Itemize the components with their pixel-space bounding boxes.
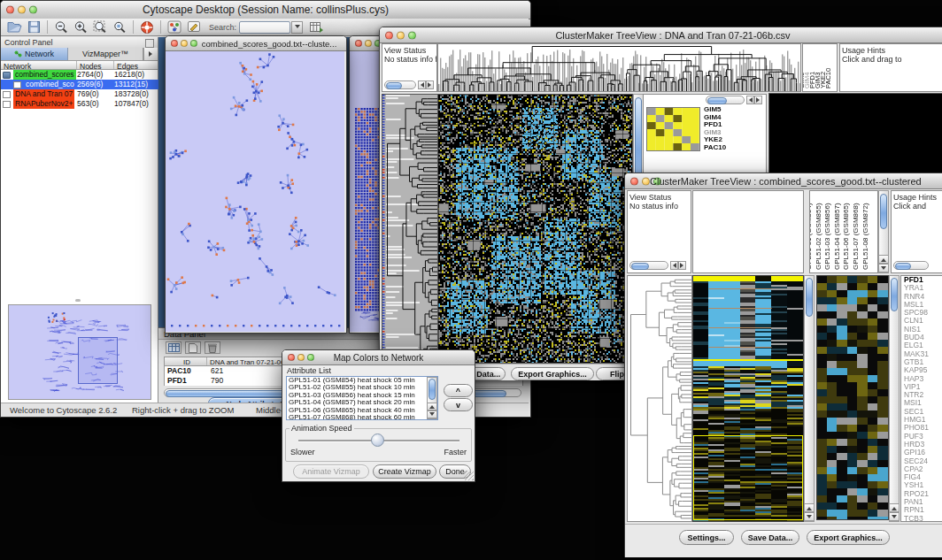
main-titlebar[interactable]: Cytoscape Desktop (Session Name: collins… — [1, 1, 530, 19]
tv2-main-heatmap[interactable] — [692, 275, 804, 522]
main-window-title: Cytoscape Desktop (Session Name: collins… — [1, 1, 530, 19]
network-nodes-count: 563(0) — [77, 99, 99, 109]
search-dropdown-button[interactable] — [291, 21, 303, 34]
tv1-titlebar[interactable]: ClusterMaker TreeView : DNA and Tran 07-… — [380, 27, 942, 43]
tv1-column-labels: GIM5GIM4PFD1GIM3YKE2PAC10 — [802, 43, 838, 92]
network-name: combined_scores — [13, 70, 76, 80]
file-icon — [13, 81, 21, 88]
import-table-icon[interactable] — [307, 19, 325, 35]
tv2-gene-list[interactable]: PFD1YRA1RNR4MSL1SPC98CLN1NIS1BUD4ELG1MAK… — [900, 275, 942, 522]
status-welcome: Welcome to Cytoscape 2.6.2 — [10, 405, 117, 415]
zoom-out-icon[interactable] — [52, 19, 70, 35]
network-view-window-1: combined_scores_good.txt--cluste... — [165, 35, 347, 334]
animation-slider-thumb[interactable] — [371, 433, 384, 447]
network-table-row[interactable]: combined_sco2569(6)13112(15) — [1, 80, 158, 89]
move-down-button[interactable]: v — [444, 398, 473, 411]
tv2-export-graphics-button[interactable]: Export Graphics... — [807, 530, 890, 545]
tv2-title: ClusterMaker TreeView : combined_scores_… — [625, 173, 942, 188]
animate-vizmap-button[interactable]: Animate Vizmap — [293, 464, 369, 479]
scroll-right-icon[interactable] — [754, 96, 762, 104]
treeview-window-2: ClusterMaker TreeView : combined_scores_… — [624, 173, 942, 557]
tv2-zoom-heatmap[interactable] — [816, 275, 889, 520]
zoom-in-icon[interactable] — [72, 19, 89, 35]
tv1-zoom-heatmap[interactable] — [646, 107, 700, 151]
tv2-column-dendrogram[interactable] — [692, 190, 804, 273]
tv2-hints-scrollbar[interactable] — [893, 261, 929, 270]
float-panel-icon[interactable] — [145, 39, 154, 48]
tv1-row-dendrogram[interactable] — [382, 94, 438, 364]
panel-divider-handle[interactable] — [75, 299, 81, 302]
tv2-heatmap-vscrollbar[interactable] — [804, 275, 815, 522]
network-overview-icon[interactable] — [166, 19, 183, 35]
column-label: GPL51-08 (GSM872) — [861, 203, 869, 270]
save-session-icon[interactable] — [25, 19, 42, 35]
tv2-status-scrollbar[interactable] — [629, 261, 668, 270]
network-birdseye-view[interactable] — [8, 304, 151, 400]
attribute-list-scrollbar[interactable] — [427, 377, 437, 419]
create-vizmap-button[interactable]: Create Vizmap — [373, 464, 436, 479]
tv2-save-data-button[interactable]: Save Data... — [741, 530, 799, 545]
tv2-labels-vscrollbar[interactable] — [878, 190, 889, 273]
new-attribute-icon[interactable] — [185, 341, 201, 354]
network-nodes-count: 2764(0) — [77, 70, 103, 80]
delete-attribute-icon[interactable] — [205, 341, 220, 354]
column-label: GPL51-01 (GSM854) — [809, 203, 813, 270]
open-session-icon[interactable] — [5, 19, 23, 35]
file-icon — [3, 91, 11, 98]
tv1-global-heatmap[interactable] — [437, 94, 633, 364]
move-up-button[interactable]: ^ — [444, 384, 473, 397]
tv1-usage-hints: Usage Hints Click and drag to — [839, 43, 942, 92]
file-icon — [3, 101, 11, 108]
zoom-fit-icon[interactable] — [91, 19, 109, 35]
net1-titlebar[interactable]: combined_scores_good.txt--cluste... — [166, 36, 346, 51]
network-canvas-1[interactable] — [166, 51, 344, 332]
column-label: PAC10 — [824, 68, 832, 88]
tv2-row-dendrogram[interactable] — [627, 275, 692, 522]
scroll-right-icon[interactable] — [426, 81, 434, 89]
gene-label[interactable]: TCB3 — [901, 515, 942, 522]
network-table-row[interactable]: RNAPuberNov2+563(0)107847(0) — [1, 99, 158, 109]
close-icon — [355, 40, 362, 47]
folder-icon — [3, 72, 11, 79]
annotation-icon[interactable] — [185, 19, 203, 35]
attribute-list-label: Attribute List — [287, 366, 331, 375]
tv1-view-status: View Status No status info f — [382, 43, 437, 92]
tv1-export-graphics-button[interactable]: Export Graphics... — [511, 367, 594, 380]
attribute-list-item[interactable]: GPL51-07 (GSM868) heat shock 60 min — [287, 414, 437, 420]
map-colors-dialog: Map Colors to Network Attribute List GPL… — [282, 349, 475, 482]
network-edges-count: 16218(0) — [114, 70, 144, 80]
scroll-right-icon[interactable] — [678, 261, 686, 270]
network-table-header[interactable]: Network Nodes Edges — [1, 60, 158, 70]
tab-vizmapper[interactable]: VizMapper™ — [68, 48, 143, 60]
resize-grip[interactable] — [464, 471, 474, 480]
search-input[interactable] — [239, 21, 290, 34]
zoom-selected-icon[interactable] — [111, 19, 128, 35]
animation-speed-group: Animation Speed Slower Faster — [285, 428, 472, 462]
slower-label: Slower — [290, 448, 315, 456]
tab-overflow-button[interactable] — [143, 48, 158, 60]
attribute-listbox[interactable]: GPL51-01 (GSM854) heat shock 05 minGPL51… — [286, 376, 438, 420]
help-lifering-icon[interactable] — [138, 19, 156, 35]
tv2-titlebar[interactable]: ClusterMaker TreeView : combined_scores_… — [625, 173, 942, 189]
animation-speed-label: Animation Speed — [290, 424, 354, 433]
scroll-left-icon[interactable] — [670, 261, 678, 270]
tv1-status-scrollbar[interactable] — [384, 81, 416, 89]
scroll-left-icon[interactable] — [746, 96, 754, 104]
network-table-row[interactable]: DNA and Tran 07769(0)183728(0) — [1, 89, 158, 99]
gene-id-cell: PAC10 — [167, 366, 191, 375]
scroll-left-icon[interactable] — [418, 81, 426, 89]
net2-window-controls[interactable] — [355, 40, 382, 47]
tv1-zoom-hscrollbar[interactable] — [706, 96, 745, 104]
column-label: GPL51-07 (GSM868) — [852, 203, 860, 270]
tv2-zoom-vscrollbar[interactable] — [889, 275, 900, 522]
network-table-row[interactable]: combined_scores2764(0)16218(0) — [1, 70, 158, 80]
status-zoom-hint: Right-click + drag to ZOOM — [132, 405, 234, 415]
dialog-titlebar[interactable]: Map Colors to Network — [282, 350, 475, 365]
tv2-settings-button[interactable]: Settings... — [679, 530, 734, 545]
attribute-select-icon[interactable] — [166, 341, 181, 354]
network-table: combined_scores2764(0)16218(0)combined_s… — [1, 70, 158, 111]
tab-network[interactable]: Network — [1, 48, 68, 60]
column-label: GPL51-04 (GSM857) — [833, 203, 841, 270]
network-name: DNA and Tran 07 — [13, 89, 74, 99]
tv1-column-dendrogram[interactable] — [437, 43, 801, 92]
